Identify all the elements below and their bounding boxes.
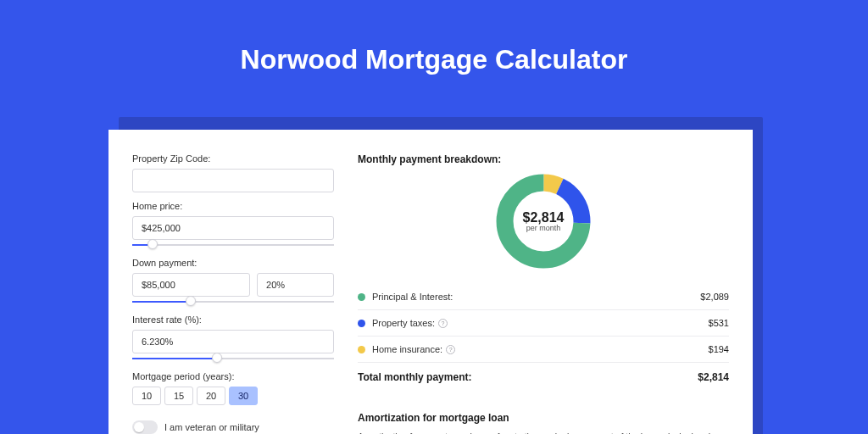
legend-dot-icon: [358, 293, 365, 301]
info-icon[interactable]: ?: [438, 319, 448, 328]
form-panel: Property Zip Code: Home price: Down paym…: [132, 153, 334, 428]
legend-dot-icon: [358, 346, 365, 353]
interest-rate-input[interactable]: [132, 330, 334, 353]
breakdown-item-label: Property taxes:?: [372, 318, 709, 328]
amortization-title: Amortization for mortgage loan: [358, 412, 729, 424]
period-option-30[interactable]: 30: [229, 387, 258, 405]
breakdown-title: Monthly payment breakdown:: [358, 153, 729, 165]
amortization-section: Amortization for mortgage loan Amortizat…: [358, 403, 729, 434]
breakdown-item-label: Principal & Interest:: [372, 292, 700, 302]
down-payment-slider[interactable]: [132, 298, 334, 306]
breakdown-item-label: Home insurance:?: [372, 344, 709, 354]
info-icon[interactable]: ?: [446, 345, 455, 354]
zip-input[interactable]: [132, 169, 334, 192]
home-price-input[interactable]: [132, 216, 334, 240]
veteran-toggle[interactable]: [132, 420, 158, 434]
legend-dot-icon: [358, 320, 365, 327]
down-payment-percent-input[interactable]: [257, 273, 334, 297]
down-payment-label: Down payment:: [132, 258, 334, 268]
donut-chart: $2,814 per month: [492, 170, 594, 272]
mortgage-period-group: 10152030: [132, 387, 334, 405]
down-payment-amount-input[interactable]: [132, 273, 250, 297]
breakdown-item-value: $194: [709, 344, 729, 354]
interest-rate-slider[interactable]: [132, 354, 334, 363]
breakdown-item-value: $531: [709, 318, 729, 328]
breakdown-row: Property taxes:?$531: [358, 310, 729, 337]
zip-label: Property Zip Code:: [132, 153, 334, 164]
amortization-body: Amortization for a mortgage loan refers …: [358, 431, 729, 434]
mortgage-period-label: Mortgage period (years):: [132, 371, 334, 381]
donut-center-sub: per month: [523, 224, 565, 232]
page-title: Norwood Mortgage Calculator: [0, 44, 868, 75]
veteran-label: I am veteran or military: [164, 422, 259, 432]
breakdown-panel: Monthly payment breakdown: $2,814 per mo…: [358, 153, 729, 428]
breakdown-row: Home insurance:?$194: [358, 337, 729, 362]
home-price-slider[interactable]: [132, 241, 334, 249]
interest-rate-label: Interest rate (%):: [132, 314, 334, 325]
period-option-15[interactable]: 15: [164, 387, 193, 405]
total-value: $2,814: [698, 371, 729, 383]
period-option-10[interactable]: 10: [132, 387, 161, 405]
total-label: Total monthly payment:: [358, 371, 698, 383]
breakdown-row: Principal & Interest:$2,089: [358, 284, 729, 310]
calculator-card: Property Zip Code: Home price: Down paym…: [108, 130, 753, 434]
period-option-20[interactable]: 20: [197, 387, 225, 405]
breakdown-item-value: $2,089: [700, 292, 729, 302]
total-row: Total monthly payment: $2,814: [358, 362, 729, 392]
home-price-label: Home price:: [132, 201, 334, 211]
